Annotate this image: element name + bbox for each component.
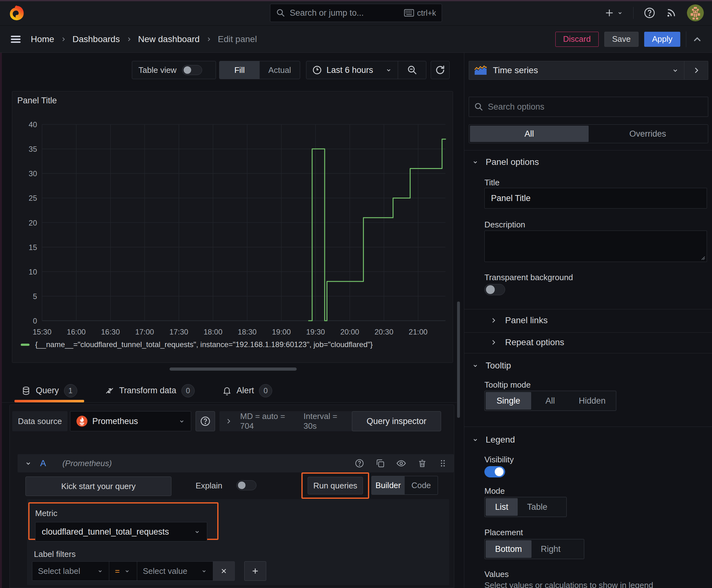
tooltip-mode-all[interactable]: All xyxy=(531,392,569,410)
grafana-logo[interactable] xyxy=(8,5,24,21)
delete-query-trash-icon[interactable] xyxy=(417,459,427,468)
query-inspector-button[interactable]: Query inspector xyxy=(352,411,441,431)
select-value-dropdown[interactable]: Select value xyxy=(137,561,213,581)
window-edge-top xyxy=(0,0,712,1)
transform-icon xyxy=(105,386,114,396)
svg-text:0: 0 xyxy=(33,317,37,325)
save-button[interactable]: Save xyxy=(604,32,639,47)
kick-start-query-button[interactable]: Kick start your query xyxy=(25,477,171,496)
tab-transform-data[interactable]: Transform data 0 xyxy=(98,379,201,402)
discard-button[interactable]: Discard xyxy=(555,32,599,47)
top-nav-bar: Search or jump to... ctrl+k xyxy=(0,0,712,26)
breadcrumb-new-dashboard[interactable]: New dashboard xyxy=(138,34,200,44)
tab-alert[interactable]: Alert 0 xyxy=(215,379,279,402)
options-search-input[interactable]: Search options xyxy=(469,97,708,117)
description-textarea[interactable] xyxy=(484,231,707,262)
search-icon xyxy=(474,102,483,111)
actual-option[interactable]: Actual xyxy=(260,61,300,79)
query-editor-section: Data source Prometheus MD = auto = 704 I… xyxy=(9,404,454,588)
options-filter-tabs: All Overrides xyxy=(469,124,708,143)
fill-option[interactable]: Fill xyxy=(219,61,260,79)
add-filter-button[interactable] xyxy=(244,561,266,581)
chevron-down-icon xyxy=(385,67,392,74)
tooltip-mode-single[interactable]: Single xyxy=(486,392,531,410)
breadcrumb-dashboards[interactable]: Dashboards xyxy=(72,34,120,44)
breadcrumb-home[interactable]: Home xyxy=(31,34,54,44)
repeat-options-section[interactable]: Repeat options xyxy=(490,337,564,348)
editor-scrollbar[interactable] xyxy=(457,301,460,418)
legend-mode-label: Mode xyxy=(484,486,505,496)
svg-text:17:30: 17:30 xyxy=(170,328,188,336)
menu-hamburger-icon[interactable] xyxy=(9,33,22,45)
builder-option[interactable]: Builder xyxy=(372,476,405,495)
transparent-background-toggle[interactable] xyxy=(484,284,505,295)
search-shortcut: ctrl+k xyxy=(404,8,436,18)
data-source-value: Prometheus xyxy=(92,417,138,426)
help-icon[interactable] xyxy=(644,7,655,19)
collapse-chevron-up-icon[interactable] xyxy=(692,34,703,45)
database-icon xyxy=(21,386,31,396)
legend-visibility-toggle[interactable] xyxy=(484,466,505,478)
panel-links-section[interactable]: Panel links xyxy=(490,315,547,326)
chevron-down-icon xyxy=(97,568,103,574)
svg-text:16:00: 16:00 xyxy=(67,328,86,336)
duplicate-query-icon[interactable] xyxy=(375,459,385,468)
svg-text:20:00: 20:00 xyxy=(340,328,359,336)
pane-resize-handle[interactable] xyxy=(170,368,297,371)
datasource-help-button[interactable] xyxy=(196,411,215,431)
legend-placement-bottom[interactable]: Bottom xyxy=(486,540,532,558)
builder-code-switcher: Builder Code xyxy=(371,476,438,495)
tooltip-mode-hidden[interactable]: Hidden xyxy=(569,392,615,410)
explain-toggle[interactable] xyxy=(236,480,257,490)
query-row-header[interactable]: A (Prometheus) xyxy=(18,454,454,472)
legend-mode-list[interactable]: List xyxy=(486,498,518,516)
run-queries-button[interactable]: Run queries xyxy=(308,477,363,495)
apply-button[interactable]: Apply xyxy=(644,32,680,47)
zoom-out-button[interactable] xyxy=(398,61,426,79)
add-new-dropdown[interactable] xyxy=(604,8,623,18)
visualization-select[interactable]: Time series xyxy=(469,61,684,80)
svg-text:15:30: 15:30 xyxy=(33,328,51,336)
panel-title-input[interactable] xyxy=(484,188,707,209)
chevron-down-icon[interactable] xyxy=(24,460,32,467)
table-view-toggle[interactable] xyxy=(182,65,202,75)
tab-all[interactable]: All xyxy=(470,126,589,142)
legend-placement-right[interactable]: Right xyxy=(532,540,570,558)
refresh-button[interactable] xyxy=(431,61,450,79)
global-search-input[interactable]: Search or jump to... ctrl+k xyxy=(270,4,442,22)
drag-query-grip-icon[interactable] xyxy=(438,459,447,468)
time-series-chart[interactable]: 051015202530354015:3016:0016:3017:0017:3… xyxy=(12,91,453,363)
chevron-down-icon xyxy=(201,568,207,574)
viz-suggestions-button[interactable] xyxy=(684,61,708,80)
remove-filter-button[interactable] xyxy=(213,561,235,581)
query-row-actions xyxy=(355,458,447,468)
svg-text:30: 30 xyxy=(28,169,37,178)
query-help-icon[interactable] xyxy=(355,459,364,468)
panel-options-section-header[interactable]: Panel options xyxy=(472,157,539,167)
tab-overrides[interactable]: Overrides xyxy=(589,126,707,142)
legend-mode-table[interactable]: Table xyxy=(518,498,557,516)
label-filter-row: Select label = Select value xyxy=(32,561,266,581)
data-source-picker[interactable]: Prometheus xyxy=(70,411,191,431)
user-avatar[interactable] xyxy=(687,4,704,21)
chart-legend[interactable]: {__name__="cloudflared_tunnel_total_requ… xyxy=(21,340,373,349)
toggle-visibility-eye-icon[interactable] xyxy=(396,458,406,468)
chart-panel[interactable]: Panel Title 051015202530354015:3016:0016… xyxy=(12,91,453,363)
chevron-down-icon xyxy=(472,159,479,166)
time-range-controls: Last 6 hours xyxy=(306,61,426,79)
news-rss-icon[interactable] xyxy=(666,7,677,19)
time-range-picker[interactable]: Last 6 hours xyxy=(306,61,398,79)
select-label-dropdown[interactable]: Select label xyxy=(32,561,109,581)
svg-text:19:00: 19:00 xyxy=(272,328,291,336)
legend-section-header[interactable]: Legend xyxy=(472,435,515,445)
time-range-label: Last 6 hours xyxy=(326,65,373,75)
metric-select[interactable]: cloudflared_tunnel_total_requests xyxy=(35,522,207,542)
tab-query[interactable]: Query 1 xyxy=(15,379,84,402)
svg-text:35: 35 xyxy=(28,145,37,153)
time-series-viz-icon xyxy=(474,65,487,76)
query-options-summary[interactable]: MD = auto = 704 Interval = 30s xyxy=(219,411,354,431)
resize-corner-icon[interactable] xyxy=(700,255,706,260)
code-option[interactable]: Code xyxy=(405,476,438,495)
tooltip-section-header[interactable]: Tooltip xyxy=(472,361,511,371)
operator-dropdown[interactable]: = xyxy=(109,561,137,581)
